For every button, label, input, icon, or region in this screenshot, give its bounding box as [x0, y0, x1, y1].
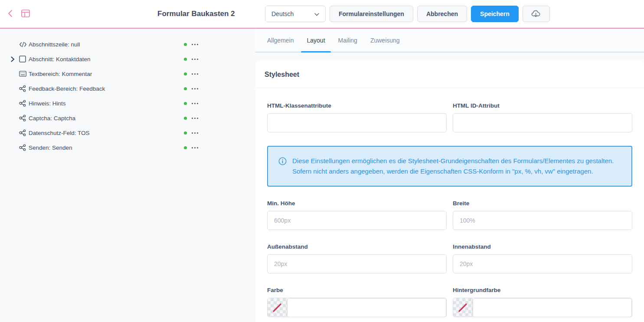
padding-input[interactable]: [453, 254, 632, 273]
info-box: Diese Einstellungen ermöglichen es die S…: [267, 146, 632, 187]
stylesheet-card: Stylesheet HTML-Klassenattribute HTML ID…: [255, 61, 644, 322]
color-input[interactable]: [287, 298, 446, 317]
field-min-height: Min. Höhe: [267, 200, 447, 230]
sidebar-item-senden[interactable]: Senden: Senden: [0, 140, 255, 155]
tab-zuweisung[interactable]: Zuweisung: [364, 29, 406, 52]
sidebar-item-label: Textbereich: Kommentar: [29, 71, 92, 77]
sidebar-item-label: Captcha: Captcha: [29, 115, 75, 122]
page-title: Formular Baukasten 2: [157, 0, 235, 28]
padding-label: Innenabstand: [453, 243, 632, 250]
item-menu-button[interactable]: [191, 131, 199, 135]
expand-chevron-icon[interactable]: [11, 56, 19, 62]
html-class-input[interactable]: [267, 113, 447, 132]
sidebar-item-hinweis[interactable]: Hinweis: Hints: [0, 96, 255, 111]
status-dot: [184, 72, 187, 76]
sidebar-item-label: Abschnitt: Kontaktdaten: [29, 56, 91, 62]
square-icon: [19, 56, 29, 62]
chevron-left-icon: [7, 10, 14, 19]
chevron-down-icon: [314, 10, 319, 17]
sidebar-item-label: Datenschutz-Feld: TOS: [29, 130, 90, 136]
export-button[interactable]: [523, 6, 550, 22]
sidebar-item-textbereich[interactable]: Textbereich: Kommentar: [0, 66, 255, 81]
field-html-id: HTML ID-Attribut: [453, 102, 632, 132]
html-id-label: HTML ID-Attribut: [453, 102, 632, 109]
field-margin: Außenabstand: [267, 243, 447, 273]
share-nodes-icon: [19, 85, 29, 92]
min-height-label: Min. Höhe: [267, 200, 447, 207]
item-menu-button[interactable]: [191, 145, 199, 150]
share-nodes-icon: [19, 144, 29, 151]
sidebar-item-datenschutz-feld[interactable]: Datenschutz-Feld: TOS: [0, 125, 255, 140]
field-color: Farbe: [267, 287, 447, 317]
html-id-input[interactable]: [453, 113, 632, 132]
sidebar-item-captcha[interactable]: Captcha: Captcha: [0, 111, 255, 125]
sidebar-item-label: Feedback-Bereich: Feedback: [29, 85, 105, 92]
keyboard-icon: [19, 71, 29, 77]
form-elements-sidebar: Abschnittszeile: null Abschnitt: Kontakt…: [0, 29, 255, 322]
item-menu-button[interactable]: [191, 42, 199, 47]
background-color-input[interactable]: [473, 298, 632, 317]
sidebar-item-abschnitt[interactable]: Abschnitt: Kontaktdaten: [0, 52, 255, 66]
item-menu-button[interactable]: [191, 72, 199, 76]
background-color-label: Hintergrundfarbe: [453, 287, 632, 293]
header: Formular Baukasten 2 Deutsch Formularein…: [0, 0, 644, 29]
status-dot: [184, 43, 187, 46]
margin-label: Außenabstand: [267, 243, 447, 250]
item-menu-button[interactable]: [191, 57, 199, 62]
no-color-swatch-icon[interactable]: [453, 298, 473, 317]
sidebar-item-label: Abschnittszeile: null: [29, 41, 80, 48]
cancel-button[interactable]: Abbrechen: [417, 6, 467, 22]
info-icon: [278, 157, 287, 177]
code-icon: [19, 41, 29, 48]
status-dot: [184, 58, 187, 61]
margin-input[interactable]: [267, 254, 447, 273]
no-color-swatch-icon[interactable]: [268, 298, 287, 317]
status-dot: [184, 131, 187, 135]
layout-icon: [21, 10, 30, 19]
status-dot: [184, 117, 187, 120]
item-menu-button[interactable]: [191, 116, 199, 121]
tab-layout[interactable]: Layout: [300, 29, 331, 52]
sidebar-item-abschnittszeile[interactable]: Abschnittszeile: null: [0, 37, 255, 52]
settings-panel: Allgemein Layout Mailing Zuweisung Style…: [255, 29, 644, 322]
status-dot: [184, 102, 187, 105]
save-button[interactable]: Speichern: [471, 6, 519, 22]
field-html-class: HTML-Klassenattribute: [267, 102, 447, 132]
tab-allgemein[interactable]: Allgemein: [261, 29, 300, 52]
width-label: Breite: [453, 200, 632, 207]
sidebar-item-label: Senden: Senden: [29, 145, 72, 151]
layout-panel-button[interactable]: [20, 9, 31, 20]
width-input[interactable]: [453, 211, 632, 230]
field-background-color: Hintergrundfarbe: [453, 287, 632, 317]
min-height-input[interactable]: [267, 211, 447, 230]
html-class-label: HTML-Klassenattribute: [267, 102, 447, 109]
language-select-value: Deutsch: [271, 10, 294, 17]
language-select[interactable]: Deutsch: [265, 6, 326, 22]
color-label: Farbe: [267, 287, 447, 293]
item-menu-button[interactable]: [191, 101, 199, 106]
field-width: Breite: [453, 200, 632, 230]
sidebar-item-label: Hinweis: Hints: [29, 100, 66, 107]
info-text: Diese Einstellungen ermöglichen es die S…: [292, 156, 618, 177]
share-nodes-icon: [19, 100, 29, 107]
back-button[interactable]: [6, 9, 15, 20]
item-menu-button[interactable]: [191, 86, 199, 91]
sidebar-item-feedback-bereich[interactable]: Feedback-Bereich: Feedback: [0, 81, 255, 96]
share-nodes-icon: [19, 115, 29, 122]
tab-bar: Allgemein Layout Mailing Zuweisung: [255, 29, 644, 53]
form-settings-button[interactable]: Formulareinstellungen: [330, 6, 413, 22]
cloud-download-icon: [531, 9, 541, 19]
tab-mailing[interactable]: Mailing: [332, 29, 364, 52]
status-dot: [184, 146, 187, 149]
section-title: Stylesheet: [265, 71, 634, 79]
status-dot: [184, 87, 187, 90]
field-padding: Innenabstand: [453, 243, 632, 273]
share-nodes-icon: [19, 129, 29, 136]
